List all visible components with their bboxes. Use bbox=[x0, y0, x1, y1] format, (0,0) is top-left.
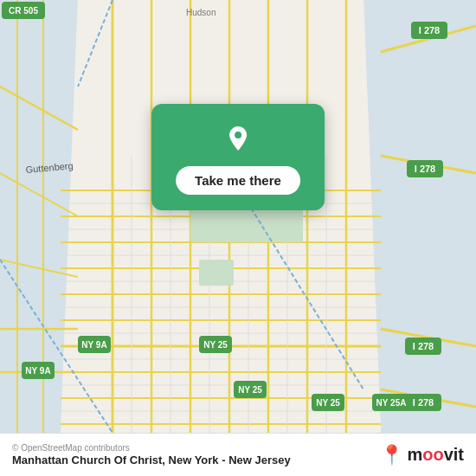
svg-text:CR 505: CR 505 bbox=[9, 6, 38, 16]
svg-text:I 278: I 278 bbox=[413, 341, 434, 351]
moovit-pin-icon: 📍 bbox=[380, 444, 403, 466]
place-name: Manhattan Church Of Christ, New York - N… bbox=[12, 453, 291, 466]
svg-text:NY 25: NY 25 bbox=[316, 398, 340, 408]
svg-text:I 278: I 278 bbox=[413, 397, 434, 408]
place-info: © OpenStreetMap contributors Manhattan C… bbox=[12, 443, 291, 466]
svg-text:NY 25A: NY 25A bbox=[376, 398, 407, 408]
svg-text:NY 9A: NY 9A bbox=[25, 366, 50, 376]
svg-point-78 bbox=[235, 132, 241, 138]
take-me-there-button[interactable]: Take me there bbox=[176, 166, 300, 195]
svg-text:NY 9A: NY 9A bbox=[81, 340, 106, 350]
svg-text:I 278: I 278 bbox=[415, 164, 435, 174]
svg-rect-38 bbox=[199, 260, 234, 286]
map-container: I 278 I 278 I 278 I 278 CR 505 NY 9A NY … bbox=[0, 0, 476, 433]
svg-text:Hudson: Hudson bbox=[186, 8, 215, 17]
bottom-bar: © OpenStreetMap contributors Manhattan C… bbox=[0, 433, 476, 476]
svg-text:NY 25: NY 25 bbox=[238, 385, 262, 395]
moovit-logo: 📍 moovit bbox=[380, 444, 464, 466]
location-pin-icon bbox=[219, 119, 257, 158]
map-popup: Take me there bbox=[151, 104, 325, 210]
attribution-text: © OpenStreetMap contributors bbox=[12, 443, 291, 453]
svg-text:NY 25: NY 25 bbox=[203, 340, 228, 350]
svg-text:I 278: I 278 bbox=[419, 25, 440, 35]
moovit-brand-text: moovit bbox=[407, 445, 464, 465]
